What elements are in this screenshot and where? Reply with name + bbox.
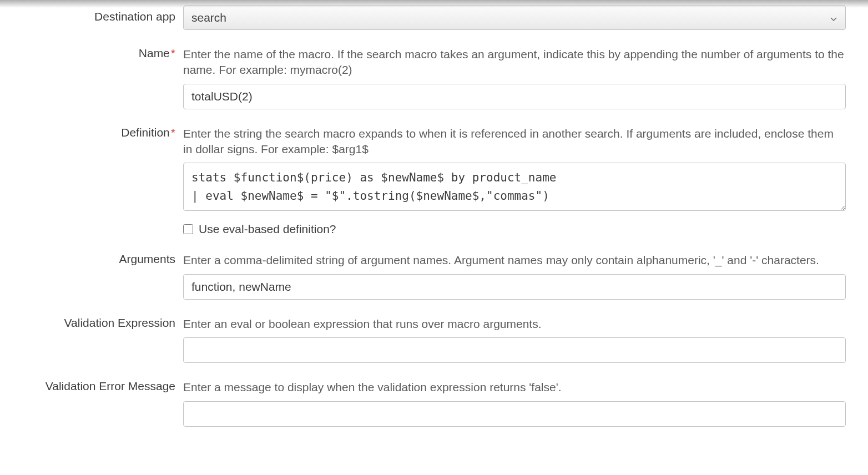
row-validation-error-message: Validation Error Message Enter a message… (22, 380, 846, 426)
eval-definition-checkbox[interactable] (183, 224, 193, 234)
name-help-text: Enter the name of the macro. If the sear… (183, 47, 846, 78)
row-arguments: Arguments Enter a comma-delimited string… (22, 252, 846, 299)
arguments-input[interactable] (183, 274, 846, 300)
definition-help-text: Enter the string the search macro expand… (183, 126, 846, 158)
destination-app-select[interactable]: search (183, 6, 846, 30)
validation-expression-input[interactable] (183, 337, 846, 363)
validation-error-message-help-text: Enter a message to display when the vali… (183, 380, 846, 395)
definition-textarea[interactable]: stats $function$(price) as $newName$ by … (183, 163, 846, 211)
row-definition: Definition* Enter the string the search … (22, 126, 846, 236)
destination-app-select-wrapper: search (183, 6, 846, 30)
name-label: Name (139, 47, 170, 59)
definition-required-star: * (171, 126, 175, 139)
destination-app-label: Destination app (22, 6, 183, 23)
validation-expression-label: Validation Expression (22, 316, 183, 330)
eval-checkbox-row: Use eval-based definition? (183, 223, 846, 236)
eval-definition-checkbox-label[interactable]: Use eval-based definition? (199, 223, 336, 236)
name-label-col: Name* (22, 47, 183, 60)
row-validation-expression: Validation Expression Enter an eval or b… (22, 316, 846, 363)
validation-error-message-input[interactable] (183, 401, 846, 427)
name-input[interactable] (183, 84, 846, 109)
row-destination-app: Destination app search (22, 6, 846, 30)
arguments-help-text: Enter a comma-delimited string of argume… (183, 252, 846, 268)
validation-expression-help-text: Enter an eval or boolean expression that… (183, 316, 846, 332)
definition-label: Definition (121, 126, 170, 139)
definition-label-col: Definition* (22, 126, 183, 139)
arguments-label: Arguments (22, 252, 183, 266)
name-required-star: * (171, 47, 175, 59)
validation-error-message-label: Validation Error Message (22, 380, 183, 393)
row-name: Name* Enter the name of the macro. If th… (22, 47, 846, 109)
macro-form: Destination app search Name* Enter the n… (0, 0, 868, 466)
